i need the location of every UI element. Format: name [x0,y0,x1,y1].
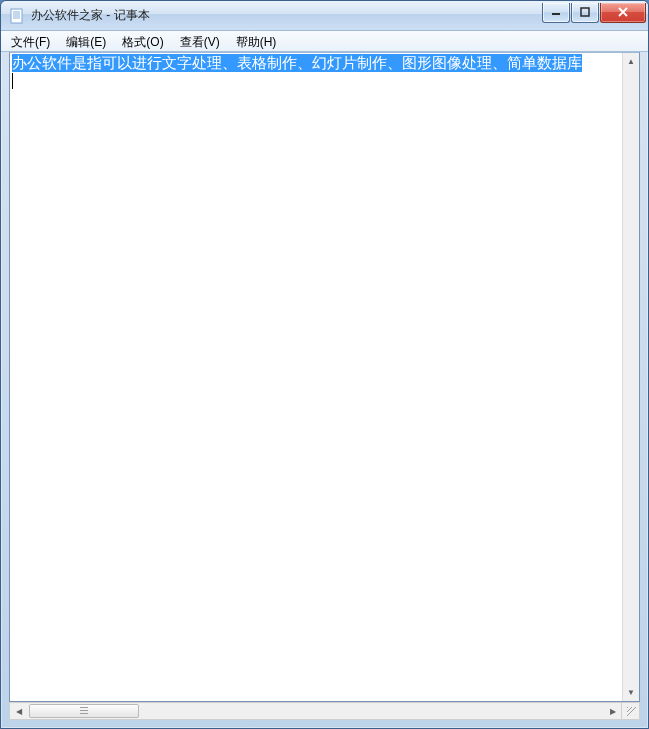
menu-file[interactable]: 文件(F) [3,31,58,51]
window-title: 办公软件之家 - 记事本 [31,7,541,24]
vertical-scrollbar[interactable]: ▲ ▼ [622,53,639,701]
minimize-button[interactable] [542,3,570,23]
notepad-window: 办公软件之家 - 记事本 文件(F) 编辑(E) 格式(O) 查看(V) 帮助(… [0,0,649,729]
scroll-right-arrow-icon[interactable]: ▶ [604,703,621,719]
text-caret [12,73,13,89]
menu-format[interactable]: 格式(O) [114,31,171,51]
minimize-icon [551,7,561,17]
svg-rect-6 [581,8,589,16]
text-area[interactable]: 办公软件是指可以进行文字处理、表格制作、幻灯片制作、图形图像处理、简单数据库 [10,53,639,701]
resize-grip[interactable] [622,702,640,720]
selected-text[interactable]: 办公软件是指可以进行文字处理、表格制作、幻灯片制作、图形图像处理、简单数据库 [12,54,582,72]
menubar: 文件(F) 编辑(E) 格式(O) 查看(V) 帮助(H) [1,31,648,52]
notepad-icon [9,8,25,24]
svg-rect-5 [552,13,560,15]
bottom-scroll-row: ◀ ▶ [9,702,640,720]
menu-view[interactable]: 查看(V) [172,31,228,51]
close-icon [617,7,629,17]
maximize-icon [580,7,590,17]
thumb-grip-icon [80,707,88,715]
scroll-down-arrow-icon[interactable]: ▼ [623,684,639,701]
maximize-button[interactable] [571,3,599,23]
close-button[interactable] [600,3,646,23]
horizontal-scrollbar[interactable]: ◀ ▶ [9,702,622,720]
scroll-left-arrow-icon[interactable]: ◀ [10,703,27,719]
menu-help[interactable]: 帮助(H) [228,31,285,51]
horizontal-scroll-track[interactable] [27,703,604,719]
horizontal-scroll-thumb[interactable] [29,704,139,718]
menu-edit[interactable]: 编辑(E) [58,31,114,51]
vertical-scroll-track[interactable] [623,70,639,684]
scroll-up-arrow-icon[interactable]: ▲ [623,53,639,70]
titlebar[interactable]: 办公软件之家 - 记事本 [1,1,648,31]
editor-container: 办公软件是指可以进行文字处理、表格制作、幻灯片制作、图形图像处理、简单数据库 ▲… [9,52,640,702]
window-controls [541,3,646,23]
